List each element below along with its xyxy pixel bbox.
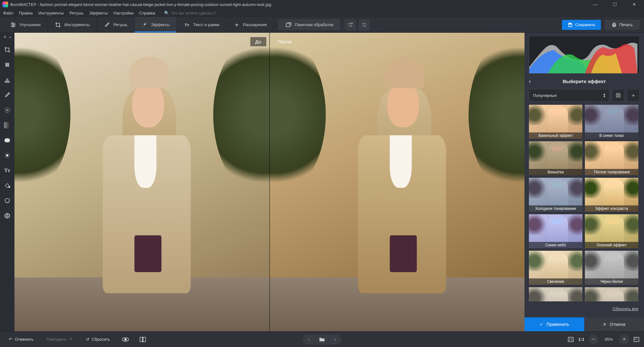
fit-screen-button[interactable]	[568, 337, 574, 342]
effects-grid: Ванильный эффект В синих тонах Виньетка	[529, 105, 640, 301]
settings-a-button[interactable]	[345, 19, 356, 31]
effect-label: В синих тонах	[585, 132, 638, 139]
effect-tile[interactable]: Осенний эффект	[585, 214, 638, 248]
svg-point-23	[8, 186, 10, 187]
save-button[interactable]: Сохранить	[562, 20, 601, 30]
tab-retouch[interactable]: Ретушь	[97, 17, 135, 32]
apply-button[interactable]: ✓ Применить	[525, 317, 584, 331]
back-button[interactable]: ‹	[529, 78, 531, 85]
close-panel-button[interactable]: ✕	[3, 35, 7, 39]
redo-icon: ↷	[69, 337, 73, 342]
effect-tile[interactable]	[529, 287, 582, 301]
brush-tool[interactable]	[3, 90, 12, 100]
random-effect-button[interactable]	[612, 89, 625, 102]
fill-tool[interactable]	[3, 181, 12, 190]
light-tool[interactable]	[3, 151, 12, 160]
tab-enhancements[interactable]: Улучшения	[3, 17, 48, 32]
brush-icon	[104, 22, 110, 28]
svg-point-28	[619, 94, 619, 95]
gradient-tool[interactable]	[3, 120, 12, 130]
svg-rect-36	[568, 337, 573, 342]
effect-tile[interactable]: Виньетка	[529, 141, 582, 175]
preview-original-button[interactable]	[119, 335, 132, 344]
close-button[interactable]: ✕	[630, 2, 639, 7]
effect-tile[interactable]: Ванильный эффект	[529, 105, 582, 139]
svg-point-2	[12, 26, 14, 27]
next-image-button[interactable]: ›	[329, 334, 341, 344]
menu-file[interactable]: Файл	[3, 11, 13, 15]
svg-point-10	[364, 25, 366, 26]
menu-edit[interactable]: Правка	[19, 11, 33, 15]
svg-rect-5	[286, 24, 290, 27]
compare-button[interactable]	[136, 335, 149, 344]
effect-tile[interactable]: Чёрно-белое	[585, 251, 638, 285]
menu-effects[interactable]: Эффекты	[89, 11, 108, 15]
reset-all-link[interactable]: Сбросить все	[529, 305, 640, 313]
effect-tile[interactable]: Эффект контраста	[585, 178, 638, 212]
menu-tools[interactable]: Инструменты	[38, 11, 64, 15]
reset-icon: ↺	[86, 337, 89, 342]
svg-point-8	[352, 22, 353, 24]
effect-label: Тёплое тонирование	[585, 169, 638, 175]
crop-tool[interactable]	[3, 45, 12, 54]
tab-text-frames[interactable]: Tт Текст и рамки	[177, 17, 227, 32]
sliders-icon	[10, 22, 16, 28]
zoom-in-button[interactable]: +	[619, 335, 629, 344]
canvas-after: После	[269, 33, 525, 331]
effect-tile[interactable]: Свечение	[529, 251, 582, 285]
svg-point-9	[363, 23, 364, 24]
reset-button[interactable]: ↺ Сбросить	[81, 335, 114, 344]
face-tool[interactable]	[3, 196, 12, 205]
settings-b-button[interactable]	[358, 19, 370, 31]
stamp-tool[interactable]	[3, 75, 12, 85]
globe-tool[interactable]	[3, 211, 12, 221]
cancel-button[interactable]: ✕ Отмена	[584, 317, 644, 331]
menu-settings[interactable]: Настройки	[114, 11, 134, 15]
svg-rect-17	[5, 81, 9, 82]
open-folder-button[interactable]	[316, 334, 328, 344]
svg-point-0	[12, 23, 13, 24]
canvas-area[interactable]: До После	[14, 33, 525, 331]
batch-processing-button[interactable]: Пакетная обработка	[278, 19, 340, 30]
effect-tile[interactable]: Холодное тонирование	[529, 178, 582, 212]
category-select[interactable]: Популярные ▴▾	[529, 89, 609, 102]
menu-help[interactable]: Справка	[139, 11, 155, 15]
svg-rect-21	[4, 138, 10, 142]
tab-extensions[interactable]: ＋ Расширения	[227, 17, 274, 32]
tab-label: Текст и рамки	[193, 22, 219, 27]
effect-tile[interactable]: Синее небо	[529, 214, 582, 248]
radial-tool[interactable]	[3, 105, 12, 115]
maximize-button[interactable]: ☐	[610, 2, 619, 7]
print-button[interactable]: Печать	[605, 20, 640, 30]
effect-label: Синее небо	[529, 242, 582, 248]
navigator-button[interactable]	[633, 337, 640, 342]
effect-label: Свечение	[529, 278, 582, 285]
tab-tools[interactable]: Инструменты	[48, 17, 97, 32]
collapse-panel-button[interactable]: «	[9, 35, 11, 39]
effect-label: Осенний эффект	[585, 242, 638, 248]
tab-effects[interactable]: Эффекты	[135, 17, 177, 32]
redo-button[interactable]: Повторить ↷	[42, 335, 77, 344]
heal-tool[interactable]	[3, 60, 12, 70]
svg-rect-34	[140, 337, 142, 342]
zoom-out-button[interactable]: −	[589, 335, 598, 344]
menu-search-input[interactable]	[171, 11, 240, 15]
add-effect-button[interactable]: ＋	[627, 89, 640, 102]
undo-button[interactable]: ↶ Отменить	[4, 335, 38, 344]
text-tool[interactable]: Tт	[3, 166, 12, 175]
vignette-tool[interactable]	[3, 136, 12, 145]
tab-label: Инструменты	[64, 22, 90, 27]
menu-retouch[interactable]: Ретушь	[69, 11, 84, 15]
minimize-button[interactable]: —	[591, 2, 600, 7]
svg-point-1	[14, 24, 15, 25]
svg-point-22	[6, 154, 8, 157]
search-icon: 🔍	[164, 11, 169, 15]
plus-icon: ＋	[234, 22, 240, 28]
fit-label[interactable]: 1:1	[578, 337, 584, 342]
effect-tile[interactable]: В синих тонах	[585, 105, 638, 139]
effect-tile[interactable]: Тёплое тонирование	[585, 141, 638, 175]
effect-tile[interactable]	[585, 287, 638, 301]
check-icon: ✓	[540, 322, 543, 327]
prev-image-button[interactable]: ‹	[303, 334, 315, 344]
undo-icon: ↶	[9, 337, 12, 342]
